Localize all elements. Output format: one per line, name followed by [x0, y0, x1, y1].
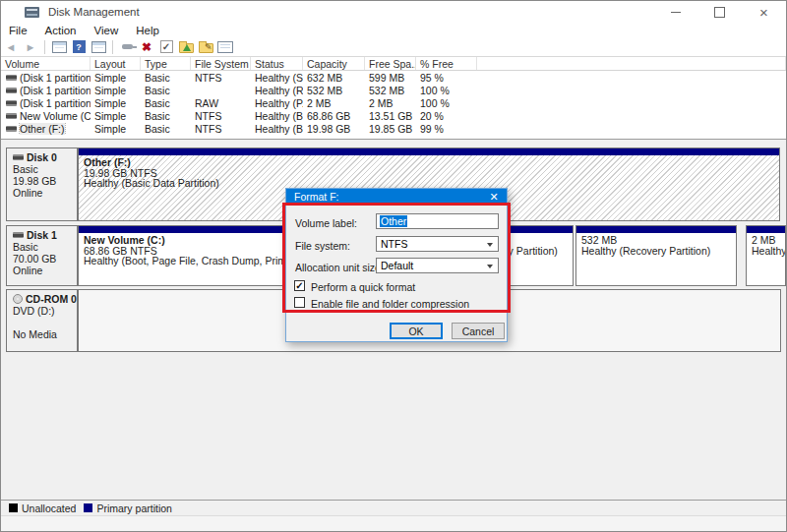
partition-size: 2 MB: [752, 235, 782, 246]
annotation-highlight-box: [282, 203, 511, 313]
mark-active-check-icon[interactable]: [158, 39, 174, 54]
toolbar: [1, 37, 786, 57]
menu-file[interactable]: File: [1, 25, 36, 36]
legend-bar: Unallocated Primary partition: [1, 500, 786, 515]
primary-partition-swatch: [84, 503, 92, 512]
help-icon[interactable]: [71, 39, 87, 54]
format-volume-folder-icon[interactable]: [198, 39, 213, 54]
disk-name: CD-ROM 0: [26, 293, 77, 305]
close-icon[interactable]: [742, 1, 786, 23]
disk-status: Online: [13, 187, 77, 199]
cell-free: 2 MB: [365, 97, 416, 109]
cell-layout: Simple: [91, 123, 141, 135]
delete-volume-icon[interactable]: [139, 39, 154, 54]
partition-recovery[interactable]: 532 MB Healthy (Recovery Partition): [575, 225, 737, 286]
nav-forward-icon[interactable]: [23, 39, 38, 54]
table-row[interactable]: (Disk 1 partition 4) Simple Basic RAW He…: [1, 96, 786, 109]
cell-type: Basic: [141, 72, 191, 84]
ok-button[interactable]: OK: [390, 323, 443, 339]
cell-fs: NTFS: [191, 72, 251, 84]
extend-volume-folder-icon[interactable]: [178, 39, 194, 54]
cell-capacity: 532 MB: [303, 85, 365, 96]
cell-layout: Simple: [91, 110, 141, 122]
cell-status: Healthy (B...: [251, 123, 303, 135]
cell-layout: Simple: [91, 72, 141, 84]
menu-view[interactable]: View: [86, 25, 128, 36]
cell-free: 19.85 GB: [365, 123, 416, 135]
column-layout[interactable]: Layout: [91, 57, 141, 70]
column-type[interactable]: Type: [141, 57, 191, 70]
column-filler: [477, 57, 786, 70]
menu-action[interactable]: Action: [36, 25, 86, 36]
partition-status: Healthy (Recovery Partition): [581, 246, 733, 257]
disk0-label[interactable]: Disk 0 Basic 19.98 GB Online: [6, 148, 78, 221]
column-percent-free[interactable]: % Free: [416, 57, 477, 70]
title-bar: Disk Management: [1, 1, 786, 23]
column-status[interactable]: Status: [251, 57, 303, 70]
cell-capacity: 19.98 GB: [303, 123, 365, 135]
app-icon: [25, 7, 39, 18]
volume-icon: [6, 88, 17, 93]
volume-name: New Volume (C:): [20, 110, 91, 122]
table-row[interactable]: (Disk 1 partition 2) Simple Basic NTFS H…: [1, 71, 786, 84]
toolbar-separator: [44, 40, 45, 54]
column-capacity[interactable]: Capacity: [303, 57, 365, 70]
disk-size: 19.98 GB: [13, 175, 77, 187]
volume-name: (Disk 1 partition 3): [20, 85, 91, 96]
disk-icon: [13, 232, 24, 238]
status-bar: [1, 515, 786, 532]
cancel-button[interactable]: Cancel: [452, 323, 505, 339]
action-tool-icon[interactable]: [119, 39, 135, 54]
column-file-system[interactable]: File System: [191, 57, 251, 70]
cell-fs: NTFS: [191, 123, 251, 135]
disk-type: Basic: [13, 241, 77, 253]
maximize-icon[interactable]: [697, 1, 742, 23]
primary-partition-strip: [747, 226, 785, 233]
column-volume[interactable]: Volume: [1, 57, 91, 70]
nav-back-icon[interactable]: [3, 39, 19, 54]
column-free-space[interactable]: Free Spa...: [365, 57, 416, 70]
menu-help[interactable]: Help: [127, 25, 168, 36]
cell-status: Healthy (P...: [251, 97, 303, 109]
cell-capacity: 632 MB: [303, 72, 365, 84]
table-row[interactable]: (Disk 1 partition 3) Simple Basic Health…: [1, 84, 786, 96]
volume-icon: [6, 126, 17, 132]
cell-pct: 100 %: [416, 97, 477, 109]
volume-name: (Disk 1 partition 2): [20, 72, 91, 84]
cell-type: Basic: [141, 85, 191, 96]
cell-pct: 99 %: [416, 123, 477, 135]
volume-name: Other (F:): [20, 123, 65, 135]
partition-2mb[interactable]: 2 MB Healthy (Primary Partition): [746, 225, 786, 286]
partition-status: Healthy (Primary Partition): [752, 246, 782, 257]
partition-size: 532 MB: [581, 235, 733, 246]
cell-free: 532 MB: [365, 85, 416, 96]
table-row-selected[interactable]: Other (F:) Simple Basic NTFS Healthy (B.…: [1, 122, 786, 135]
cell-status: Healthy (S...: [251, 72, 303, 84]
minimize-icon[interactable]: [653, 1, 697, 23]
primary-partition-strip: [576, 226, 736, 233]
cell-capacity: 68.86 GB: [303, 110, 365, 122]
primary-partition-strip: [79, 148, 779, 155]
legend-primary-partition: Primary partition: [96, 502, 171, 514]
cell-free: 13.51 GB: [365, 110, 416, 122]
table-row[interactable]: New Volume (C:) Simple Basic NTFS Health…: [1, 109, 786, 122]
volume-icon: [6, 100, 17, 106]
cell-pct: 20 %: [416, 110, 477, 122]
cell-type: Basic: [141, 110, 191, 122]
volume-icon: [6, 75, 17, 81]
cdrom-label[interactable]: CD-ROM 0 DVD (D:) No Media: [6, 289, 78, 352]
volume-icon: [6, 113, 17, 119]
cell-status: Healthy (R...: [251, 85, 303, 96]
console-tree-icon[interactable]: [51, 39, 67, 54]
cell-status: Healthy (B...: [251, 110, 303, 122]
cell-pct: 95 %: [416, 72, 477, 84]
disk1-label[interactable]: Disk 1 Basic 70.00 GB Online: [6, 225, 78, 286]
disk-status: No Media: [13, 328, 77, 340]
disk-name: Disk 0: [27, 151, 57, 163]
disk-management-window: Disk Management File Action View Help Vo…: [0, 0, 787, 532]
properties-icon[interactable]: [217, 39, 233, 54]
detail-pane-icon[interactable]: [91, 39, 106, 54]
disk-size: 70.00 GB: [13, 253, 77, 265]
partition-name: Other (F:): [84, 157, 776, 168]
disk-status: Online: [13, 265, 77, 276]
